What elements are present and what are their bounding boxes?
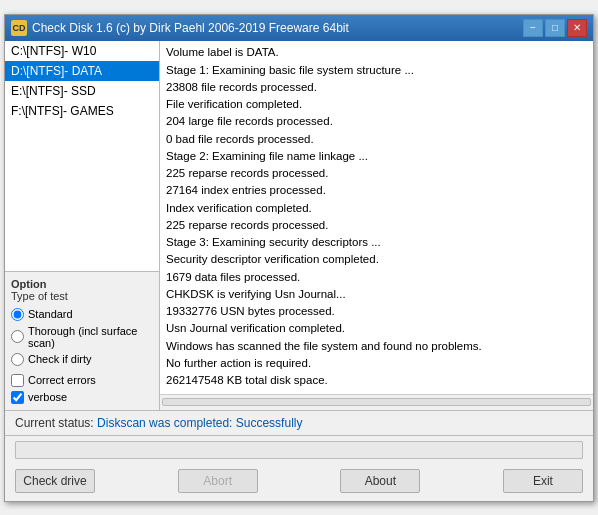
scrollbar-track[interactable]	[162, 398, 591, 406]
log-line: 19332776 USN bytes processed.	[166, 303, 587, 320]
status-bar: Current status: Diskscan was completed: …	[5, 411, 593, 436]
check-drive-button[interactable]: Check drive	[15, 469, 95, 493]
log-line: Windows has scanned the file system and …	[166, 338, 587, 355]
radio-dirty-label: Check if dirty	[28, 353, 92, 365]
window-title: Check Disk 1.6 (c) by Dirk Paehl 2006-20…	[32, 21, 349, 35]
minimize-button[interactable]: −	[523, 19, 543, 37]
about-button[interactable]: About	[340, 469, 420, 493]
checkbox-verbose-input[interactable]	[11, 391, 24, 404]
checkbox-correct-label: Correct errors	[28, 374, 96, 386]
log-line: No further action is required.	[166, 355, 587, 372]
checkbox-correct[interactable]: Correct errors	[11, 374, 153, 387]
main-content: C:\[NTFS]- W10 D:\[NTFS]- DATA E:\[NTFS]…	[5, 41, 593, 411]
radio-dirty[interactable]: Check if dirty	[11, 353, 153, 366]
radio-standard[interactable]: Standard	[11, 308, 153, 321]
checkbox-correct-input[interactable]	[11, 374, 24, 387]
log-output[interactable]: ~-~-~-~-~-~-~-~-~-~-~-~-~-checkDisk will…	[160, 41, 593, 394]
log-line: 225 reparse records processed.	[166, 217, 587, 234]
log-line: Index verification completed.	[166, 200, 587, 217]
title-bar-left: CD Check Disk 1.6 (c) by Dirk Paehl 2006…	[11, 20, 349, 36]
options-panel: Option Type of test Standard Thorough (i…	[5, 272, 159, 410]
log-line: 27164 index entries processed.	[166, 182, 587, 199]
status-message: Diskscan was completed: Successfully	[97, 416, 302, 430]
log-line: 204 large file records processed.	[166, 113, 587, 130]
drive-item-d[interactable]: D:\[NTFS]- DATA	[5, 61, 159, 81]
drive-item-c[interactable]: C:\[NTFS]- W10	[5, 41, 159, 61]
close-button[interactable]: ✕	[567, 19, 587, 37]
left-panel: C:\[NTFS]- W10 D:\[NTFS]- DATA E:\[NTFS]…	[5, 41, 160, 410]
radio-thorough-input[interactable]	[11, 330, 24, 343]
abort-button[interactable]: Abort	[178, 469, 258, 493]
drive-list[interactable]: C:\[NTFS]- W10 D:\[NTFS]- DATA E:\[NTFS]…	[5, 41, 159, 272]
log-line: Stage 1: Examining basic file system str…	[166, 62, 587, 79]
drive-item-e[interactable]: E:\[NTFS]- SSD	[5, 81, 159, 101]
radio-group: Standard Thorough (incl surface scan) Ch…	[11, 308, 153, 366]
log-line: Stage 3: Examining security descriptors …	[166, 234, 587, 251]
checkbox-verbose-label: verbose	[28, 391, 67, 403]
options-header: Option	[11, 278, 153, 290]
radio-thorough[interactable]: Thorough (incl surface scan)	[11, 325, 153, 349]
log-line: 23808 file records processed.	[166, 79, 587, 96]
log-line: 1679 data files processed.	[166, 269, 587, 286]
radio-standard-label: Standard	[28, 308, 73, 320]
horizontal-scrollbar[interactable]	[160, 394, 593, 410]
checkbox-verbose[interactable]: verbose	[11, 391, 153, 404]
log-line: Usn Journal verification completed.	[166, 320, 587, 337]
app-icon: CD	[11, 20, 27, 36]
log-line: Volume label is DATA.	[166, 44, 587, 61]
log-line: File verification completed.	[166, 96, 587, 113]
radio-dirty-input[interactable]	[11, 353, 24, 366]
checkbox-group: Correct errors verbose	[11, 374, 153, 404]
main-window: CD Check Disk 1.6 (c) by Dirk Paehl 2006…	[4, 14, 594, 502]
radio-standard-input[interactable]	[11, 308, 24, 321]
drive-item-f[interactable]: F:\[NTFS]- GAMES	[5, 101, 159, 121]
progress-bar-container	[15, 441, 583, 459]
log-line: 225 reparse records processed.	[166, 165, 587, 182]
log-line: Stage 2: Examining file name linkage ...	[166, 148, 587, 165]
radio-thorough-label: Thorough (incl surface scan)	[28, 325, 153, 349]
maximize-button[interactable]: □	[545, 19, 565, 37]
right-panel: ~-~-~-~-~-~-~-~-~-~-~-~-~-checkDisk will…	[160, 41, 593, 410]
exit-button[interactable]: Exit	[503, 469, 583, 493]
options-subheader: Type of test	[11, 290, 153, 302]
log-line: 262147548 KB total disk space.	[166, 372, 587, 389]
log-line: 0 bad file records processed.	[166, 131, 587, 148]
title-bar: CD Check Disk 1.6 (c) by Dirk Paehl 2006…	[5, 15, 593, 41]
log-line: Security descriptor verification complet…	[166, 251, 587, 268]
title-controls: − □ ✕	[523, 19, 587, 37]
bottom-buttons: Check drive Abort About Exit	[5, 463, 593, 501]
log-line: CHKDSK is verifying Usn Journal...	[166, 286, 587, 303]
status-label: Current status:	[15, 416, 94, 430]
